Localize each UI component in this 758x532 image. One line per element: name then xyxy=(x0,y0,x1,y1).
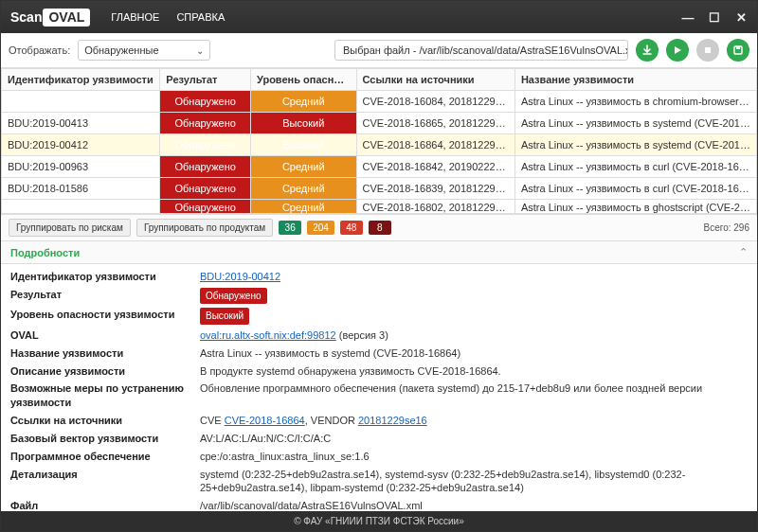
cve-link[interactable]: CVE-2018-16864 xyxy=(225,415,305,426)
close-icon[interactable]: ✕ xyxy=(734,10,748,25)
menu-main[interactable]: ГЛАВНОЕ xyxy=(111,11,159,23)
details-panel: Идентификатор уязвимостиBDU:2019-00412 Р… xyxy=(1,264,757,511)
table-row[interactable]: BDU:2019-00413ОбнаруженоВысокийCVE-2018-… xyxy=(2,113,757,134)
detail-oval-link[interactable]: oval:ru.altx-soft.nix:def:99812 xyxy=(200,329,336,341)
app-window: ScanOVAL ГЛАВНОЕ СПРАВКА — ☐ ✕ Отображат… xyxy=(0,0,758,532)
cell-name: Astra Linux -- уязвимость в systemd (CVE… xyxy=(514,134,756,156)
window-controls: — ☐ ✕ xyxy=(681,10,748,25)
cell-severity: Высокий xyxy=(250,113,356,134)
cell-id: BDU:2019-00413 xyxy=(2,113,160,134)
cell-links: CVE-2018-16802, 20181229se... xyxy=(356,200,514,214)
count-badge-low[interactable]: 36 xyxy=(279,221,301,235)
display-label: Отображать: xyxy=(9,44,70,56)
cell-links: CVE-2018-16084, 20181229se... xyxy=(356,91,514,113)
cell-name: Astra Linux -- уязвимость в ghostscript … xyxy=(514,200,756,214)
detail-id-key: Идентификатор уязвимости xyxy=(10,270,200,284)
detail-software-value: cpe:/o:astra_linux:astra_linux_se:1.6 xyxy=(200,450,748,464)
cell-id xyxy=(2,91,160,113)
detail-severity-key: Уровень опасности уязвимости xyxy=(10,308,200,322)
play-button[interactable] xyxy=(666,39,689,62)
cell-id: BDU:2018-01586 xyxy=(2,178,160,200)
total-label: Всего: 296 xyxy=(704,222,749,233)
cell-name: Astra Linux -- уязвимость в systemd (CVE… xyxy=(514,113,756,134)
footer: © ФАУ «ГНИИИ ПТЗИ ФСТЭК России» xyxy=(1,511,757,531)
col-result[interactable]: Результат xyxy=(160,69,251,91)
cell-name: Astra Linux -- уязвимость в chromium-bro… xyxy=(514,91,756,113)
col-severity[interactable]: Уровень опасности xyxy=(250,69,356,91)
cell-severity: Средний xyxy=(250,91,356,113)
menu-help[interactable]: СПРАВКА xyxy=(176,11,225,23)
maximize-icon[interactable]: ☐ xyxy=(708,10,721,25)
chevron-up-icon[interactable]: ⌃ xyxy=(739,246,748,258)
cell-id: BDU:2019-00412 xyxy=(2,134,160,156)
logo-text-b: OVAL xyxy=(43,9,90,27)
cell-severity: Высокий xyxy=(250,134,356,156)
details-title: Подробности xyxy=(10,247,80,258)
detail-result-badge: Обнаружено xyxy=(200,288,267,305)
detail-desc-key: Описание уязвимости xyxy=(10,364,200,379)
detail-links-value: CVE CVE-2018-16864, VENDOR 20181229se16 xyxy=(200,414,748,428)
cell-result: Обнаружено xyxy=(160,156,251,178)
cell-links: CVE-2018-16839, 20181229se... xyxy=(356,178,514,200)
count-badge-medium[interactable]: 204 xyxy=(307,221,334,235)
detail-result-key: Результат xyxy=(10,288,200,302)
detail-oval-suffix: (версия 3) xyxy=(336,329,388,341)
col-name[interactable]: Название уязвимости xyxy=(514,69,756,91)
count-badge-critical[interactable]: 8 xyxy=(369,221,391,235)
display-filter-value: Обнаруженные xyxy=(84,44,158,56)
toolbar: Отображать: Обнаруженные ⌄ Выбран файл -… xyxy=(1,33,757,68)
stop-button xyxy=(696,39,719,62)
group-by-risk-button[interactable]: Группировать по рискам xyxy=(9,219,131,237)
cell-name: Astra Linux -- уязвимость в curl (CVE-20… xyxy=(514,178,756,200)
detail-fix-key: Возможные меры по устранению уязвимости xyxy=(10,381,200,410)
detail-id-link[interactable]: BDU:2019-00412 xyxy=(200,271,280,282)
cell-links: CVE-2018-16864, 20181229se... xyxy=(356,134,514,156)
main-menu: ГЛАВНОЕ СПРАВКА xyxy=(111,11,225,23)
col-id[interactable]: Идентификатор уязвимости xyxy=(2,69,160,91)
cell-name: Astra Linux -- уязвимость в curl (CVE-20… xyxy=(514,156,756,178)
svg-rect-0 xyxy=(705,47,711,53)
download-button[interactable] xyxy=(636,39,659,62)
detail-detail-key: Детализация xyxy=(10,468,200,482)
detail-fix-value: Обновление программного обеспечения (пак… xyxy=(200,381,748,396)
app-logo: ScanOVAL xyxy=(10,9,90,25)
col-links[interactable]: Ссылки на источники xyxy=(356,69,514,91)
table-row[interactable]: BDU:2019-00412ОбнаруженоВысокийCVE-2018-… xyxy=(2,134,757,156)
table-row[interactable]: ОбнаруженоСреднийCVE-2018-16084, 2018122… xyxy=(2,91,757,113)
save-button[interactable] xyxy=(727,39,749,62)
group-bar: Группировать по рискам Группировать по п… xyxy=(1,214,757,241)
cell-result: Обнаружено xyxy=(160,178,251,200)
titlebar: ScanOVAL ГЛАВНОЕ СПРАВКА — ☐ ✕ xyxy=(1,1,757,33)
cell-links: CVE-2018-16865, 20181229se... xyxy=(356,113,514,134)
detail-detail-value: systemd (0:232-25+deb9u2astra.se14), sys… xyxy=(200,468,748,496)
cell-severity: Средний xyxy=(250,156,356,178)
cell-result: Обнаружено xyxy=(160,200,251,214)
chevron-down-icon: ⌄ xyxy=(196,45,204,56)
group-by-product-button[interactable]: Группировать по продуктам xyxy=(136,219,273,237)
detail-name-value: Astra Linux -- уязвимость в systemd (CVE… xyxy=(200,346,748,361)
table-header-row: Идентификатор уязвимости Результат Урове… xyxy=(2,69,757,91)
table-row[interactable]: BDU:2018-01586ОбнаруженоСреднийCVE-2018-… xyxy=(2,178,757,200)
cell-result: Обнаружено xyxy=(160,91,251,113)
details-header[interactable]: Подробности ⌃ xyxy=(1,241,757,264)
detail-links-key: Ссылки на источники xyxy=(10,414,200,428)
cell-result: Обнаружено xyxy=(160,134,251,156)
cell-severity: Средний xyxy=(250,178,356,200)
cell-result: Обнаружено xyxy=(160,113,251,134)
table-row[interactable]: BDU:2019-00963ОбнаруженоСреднийCVE-2018-… xyxy=(2,156,757,178)
cell-severity: Средний xyxy=(250,200,356,214)
minimize-icon[interactable]: — xyxy=(681,10,695,25)
svg-rect-2 xyxy=(736,46,740,49)
table-row[interactable]: ОбнаруженоСреднийCVE-2018-16802, 2018122… xyxy=(2,200,757,214)
vendor-link[interactable]: 20181229se16 xyxy=(358,415,427,426)
detail-name-key: Название уязвимости xyxy=(10,346,200,361)
detail-severity-badge: Высокий xyxy=(200,308,249,325)
detail-file-key: Файл xyxy=(10,499,200,511)
cell-links: CVE-2018-16842, 20190222se... xyxy=(356,156,514,178)
cell-id xyxy=(2,200,160,214)
count-badge-high[interactable]: 48 xyxy=(340,221,363,235)
logo-text-a: Scan xyxy=(10,9,42,25)
display-filter-dropdown[interactable]: Обнаруженные ⌄ xyxy=(78,40,210,61)
detail-desc-value: В продукте systemd обнаружена уязвимость… xyxy=(200,364,748,379)
vuln-table: Идентификатор уязвимости Результат Урове… xyxy=(1,68,757,214)
